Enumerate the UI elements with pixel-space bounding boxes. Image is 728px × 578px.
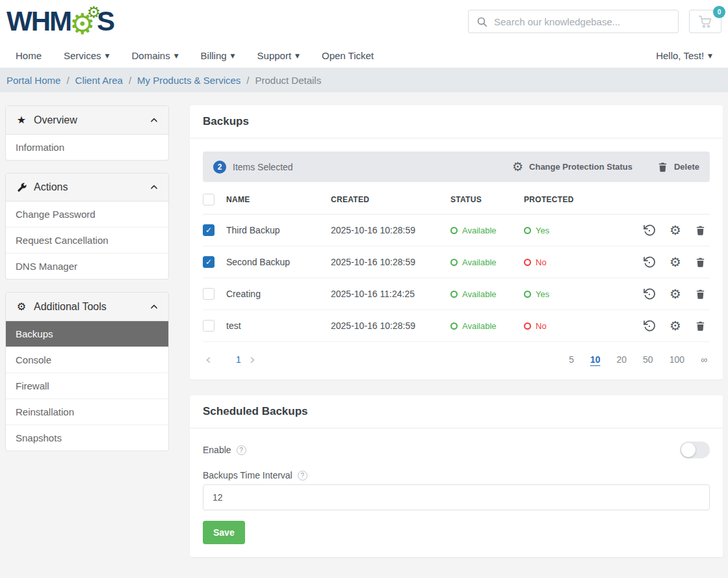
- sidebar-item-request-cancellation[interactable]: Request Cancellation: [6, 228, 168, 254]
- search-input[interactable]: [494, 16, 670, 27]
- restore-backup-icon[interactable]: [643, 287, 656, 300]
- breadcrumb-client-area[interactable]: Client Area: [75, 75, 123, 86]
- search-icon: [476, 16, 488, 27]
- table-row: test 2025-10-16 10:28:59 Available No ⚙: [203, 310, 710, 342]
- row-checkbox[interactable]: [203, 224, 214, 236]
- overview-panel-header[interactable]: ★ Overview: [6, 106, 168, 135]
- backups-time-interval-input[interactable]: [203, 484, 710, 510]
- status-ring-icon: [450, 322, 458, 330]
- nav-services[interactable]: Services▼: [64, 50, 109, 61]
- sidebar-item-information[interactable]: Information: [6, 135, 168, 160]
- status-badge: Available: [450, 289, 524, 299]
- gear-icon: ⚙: [16, 300, 27, 313]
- save-button[interactable]: Save: [203, 521, 245, 544]
- protected-status: Yes: [524, 289, 643, 299]
- backup-settings-icon[interactable]: ⚙: [670, 287, 681, 300]
- wrench-icon: [16, 183, 27, 192]
- whmcs-logo[interactable]: WHM ⚙ ⚙ S: [6, 6, 114, 37]
- page-number[interactable]: 1: [228, 354, 250, 365]
- sidebar-item-backups[interactable]: Backups: [6, 321, 168, 347]
- sidebar: ★ Overview Information Actions Change Pa…: [5, 105, 169, 573]
- knowledgebase-search: [468, 10, 679, 33]
- chevron-down-icon: ▼: [105, 53, 110, 59]
- sidebar-item-reinstallation[interactable]: Reinstallation: [6, 399, 168, 425]
- breadcrumb-my-products[interactable]: My Products & Services: [137, 75, 240, 86]
- page-size[interactable]: 20: [617, 354, 627, 365]
- restore-backup-icon[interactable]: [643, 319, 656, 332]
- cart-button[interactable]: 0: [689, 10, 722, 33]
- status-ring-icon: [450, 259, 458, 266]
- backup-name: test: [226, 321, 331, 331]
- sidebar-item-console[interactable]: Console: [6, 347, 168, 373]
- backup-settings-icon[interactable]: ⚙: [670, 256, 681, 269]
- prev-page-button[interactable]: ‹: [205, 352, 228, 367]
- backup-settings-icon[interactable]: ⚙: [670, 224, 681, 237]
- nav-support[interactable]: Support▼: [257, 50, 300, 61]
- cart-icon: [697, 14, 713, 29]
- change-protection-status-button[interactable]: ⚙ Change Protection Status: [512, 161, 632, 173]
- help-icon[interactable]: ?: [237, 445, 246, 455]
- delete-backup-icon[interactable]: [695, 256, 706, 269]
- nav-billing[interactable]: Billing▼: [201, 50, 235, 61]
- user-menu[interactable]: Hello, Test!▼: [656, 50, 712, 61]
- page-size[interactable]: 10: [590, 354, 601, 365]
- page-size-infinity[interactable]: ∞: [701, 354, 707, 365]
- backup-created: 2025-10-16 11:24:25: [331, 289, 450, 299]
- protected-ring-icon: [524, 259, 531, 266]
- page-size[interactable]: 100: [670, 354, 684, 365]
- delete-backup-icon[interactable]: [695, 288, 706, 300]
- row-checkbox[interactable]: [203, 256, 214, 268]
- bulk-delete-button[interactable]: Delete: [657, 161, 699, 173]
- status-badge: Available: [450, 226, 524, 235]
- page-size[interactable]: 5: [569, 354, 574, 365]
- panel-title: Additional Tools: [34, 301, 107, 313]
- table-row: Creating 2025-10-16 11:24:25 Available Y…: [203, 278, 710, 310]
- next-page-button[interactable]: ›: [250, 352, 272, 367]
- sidebar-item-change-password[interactable]: Change Password: [6, 202, 168, 228]
- backups-panel-title: Backups: [190, 105, 723, 138]
- star-icon: ★: [16, 114, 27, 126]
- enable-label: Enable ?: [203, 445, 246, 455]
- nav-domains[interactable]: Domains▼: [131, 50, 178, 61]
- sidebar-item-snapshots[interactable]: Snapshots: [6, 425, 168, 451]
- select-all-checkbox[interactable]: [203, 194, 214, 205]
- restore-backup-icon[interactable]: [643, 256, 656, 269]
- chevron-down-icon: ▼: [231, 53, 235, 59]
- main-nav: Home Services▼ Domains▼ Billing▼ Support…: [0, 43, 728, 68]
- actions-panel-header[interactable]: Actions: [6, 174, 168, 202]
- page-size[interactable]: 50: [643, 354, 653, 365]
- breadcrumb: Portal Home / Client Area / My Products …: [0, 68, 728, 92]
- enable-toggle[interactable]: [680, 441, 710, 458]
- actions-panel: Actions Change Password Request Cancella…: [5, 173, 169, 280]
- scheduled-backups-panel: Scheduled Backups Enable ? Backups Time …: [190, 395, 723, 557]
- chevron-down-icon: ▼: [295, 53, 300, 59]
- protected-ring-icon: [524, 227, 531, 234]
- backup-settings-icon[interactable]: ⚙: [670, 319, 681, 332]
- delete-backup-icon[interactable]: [695, 224, 706, 237]
- nav-home[interactable]: Home: [16, 50, 42, 61]
- protected-status: No: [524, 321, 643, 331]
- selected-count-badge: 2: [213, 161, 226, 174]
- help-icon[interactable]: ?: [298, 471, 307, 480]
- status-ring-icon: [450, 291, 458, 298]
- backups-table: NAME CREATED STATUS PROTECTED Third Back…: [203, 185, 710, 342]
- pagination: ‹ 1 › 5 10 20 50 100 ∞: [203, 342, 710, 367]
- status-badge: Available: [450, 257, 524, 267]
- additional-tools-panel-header[interactable]: ⚙ Additional Tools: [6, 293, 168, 321]
- row-checkbox[interactable]: [203, 320, 214, 332]
- backup-name: Creating: [226, 289, 331, 299]
- row-checkbox[interactable]: [203, 288, 214, 300]
- column-header-status: STATUS: [450, 195, 524, 204]
- cart-count-badge: 0: [713, 6, 725, 18]
- protected-ring-icon: [524, 291, 531, 298]
- delete-backup-icon[interactable]: [695, 320, 706, 332]
- breadcrumb-portal-home[interactable]: Portal Home: [6, 75, 60, 86]
- logo-gear-icon: ⚙ ⚙: [70, 6, 98, 37]
- sidebar-item-dns-manager[interactable]: DNS Manager: [6, 254, 168, 279]
- nav-open-ticket[interactable]: Open Ticket: [322, 50, 374, 61]
- status-badge: Available: [450, 321, 524, 331]
- restore-backup-icon[interactable]: [643, 224, 656, 237]
- protected-status: No: [524, 257, 643, 267]
- sidebar-item-firewall[interactable]: Firewall: [6, 373, 168, 399]
- main-content: Backups 2 Items Selected ⚙ Change Protec…: [190, 105, 723, 573]
